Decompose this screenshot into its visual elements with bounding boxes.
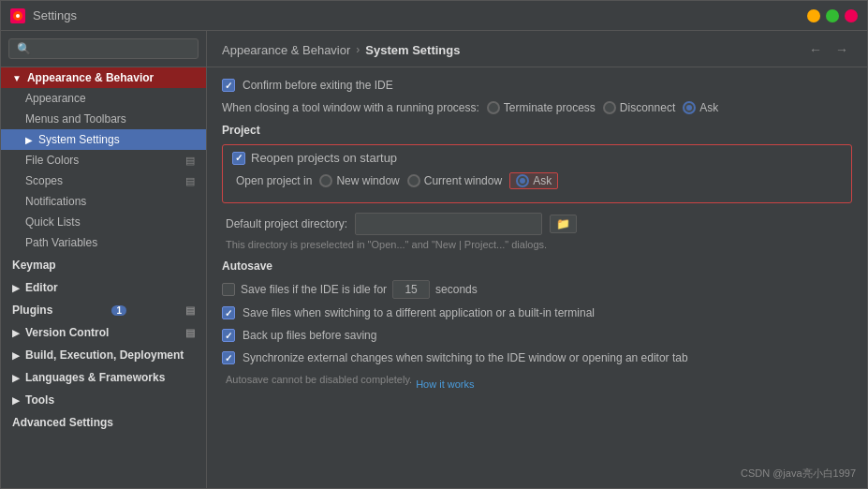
sidebar-item-label: Appearance [25, 92, 86, 105]
browse-dir-button[interactable]: 📁 [550, 215, 577, 233]
save-switching-label: Save files when switching to a different… [243, 306, 595, 319]
sidebar-item-system-settings[interactable]: ▶ System Settings [1, 129, 206, 150]
how-it-works-link[interactable]: How it works [416, 378, 474, 390]
file-icon: ▤ [185, 155, 195, 167]
sidebar-item-label: Menus and Toolbars [25, 112, 126, 126]
reopen-label: Reopen projects on startup [251, 151, 397, 165]
sidebar-item-build-execution[interactable]: ▶ Build, Execution, Deployment [1, 343, 206, 365]
breadcrumb-current: System Settings [365, 43, 460, 57]
save-idle-checkbox[interactable] [222, 283, 235, 296]
tool-window-label: When closing a tool window with a runnin… [222, 101, 479, 114]
sidebar-item-scopes[interactable]: Scopes ▤ [1, 170, 206, 191]
sidebar-item-quick-lists[interactable]: Quick Lists [1, 212, 206, 232]
file-icon: ▤ [185, 175, 195, 187]
breadcrumb-parent: Appearance & Behavior [222, 43, 350, 57]
sidebar-item-label: Languages & Frameworks [25, 371, 165, 384]
default-dir-input[interactable] [355, 213, 542, 235]
ask-project-radio[interactable] [516, 174, 529, 187]
sidebar-item-keymap[interactable]: Keymap [1, 253, 206, 275]
search-input[interactable] [8, 38, 199, 59]
maximize-button[interactable] [826, 9, 839, 22]
disconnect-radio[interactable] [603, 101, 616, 114]
default-dir-row: Default project directory: 📁 [226, 213, 852, 235]
save-idle-row: Save files if the IDE is idle for second… [222, 280, 852, 299]
current-window-radio[interactable] [407, 174, 420, 187]
sidebar-item-path-variables[interactable]: Path Variables [1, 232, 206, 253]
sidebar-item-label: Path Variables [25, 236, 97, 249]
sidebar-item-tools[interactable]: ▶ Tools [1, 388, 206, 410]
reopen-checkbox[interactable] [232, 152, 245, 165]
arrow-icon: ▶ [12, 395, 20, 406]
sidebar-item-label: Notifications [25, 195, 86, 208]
sidebar-item-version-control[interactable]: ▶ Version Control ▤ [1, 320, 206, 343]
main-panel: Appearance & Behavior › System Settings … [207, 31, 867, 488]
tool-window-row: When closing a tool window with a runnin… [222, 101, 852, 114]
sidebar-item-label: File Colors [25, 154, 79, 167]
back-arrow[interactable]: ← [805, 40, 826, 59]
sidebar-item-label: Advanced Settings [12, 416, 113, 429]
ask-tw-radio[interactable] [683, 101, 696, 114]
sidebar-item-file-colors[interactable]: File Colors ▤ [1, 150, 206, 170]
open-project-row: Open project in New window Current windo… [236, 172, 842, 189]
confirm-exit-row: Confirm before exiting the IDE [222, 79, 852, 92]
new-window-label: New window [336, 174, 399, 187]
sidebar-item-notifications[interactable]: Notifications [1, 191, 206, 212]
ask-tw-label: Ask [699, 101, 718, 114]
close-button[interactable] [845, 9, 858, 22]
idle-seconds-input[interactable] [392, 280, 430, 299]
sidebar: ▼ Appearance & Behavior Appearance Menus… [1, 31, 207, 488]
sidebar-item-label: Build, Execution, Deployment [25, 348, 184, 362]
arrow-icon: ▼ [12, 73, 22, 83]
sidebar-item-label: Keymap [12, 259, 56, 272]
confirm-exit-label: Confirm before exiting the IDE [243, 79, 393, 92]
titlebar: Settings [1, 1, 867, 31]
file-icon: ▤ [185, 327, 195, 339]
forward-arrow[interactable]: → [831, 40, 852, 59]
terminate-option[interactable]: Terminate process [487, 101, 596, 114]
ask-tw-option[interactable]: Ask [683, 101, 718, 114]
project-box: Reopen projects on startup Open project … [222, 144, 852, 203]
sidebar-item-label: Scopes [25, 174, 63, 187]
sidebar-item-plugins[interactable]: Plugins 1 ▤ [1, 298, 206, 320]
sidebar-item-editor[interactable]: ▶ Editor [1, 275, 206, 298]
dir-hint: This directory is preselected in "Open..… [226, 239, 852, 250]
sidebar-item-appearance-behavior[interactable]: ▼ Appearance & Behavior [1, 67, 206, 88]
sidebar-item-label: System Settings [38, 133, 120, 146]
autosave-note: Autosave cannot be disabled completely. [226, 374, 412, 385]
sidebar-item-advanced-settings[interactable]: Advanced Settings [1, 410, 206, 433]
autosave-section-title: Autosave [222, 259, 852, 273]
plugins-badge: 1 [111, 305, 126, 316]
minimize-button[interactable] [807, 9, 820, 22]
project-section-title: Project [222, 124, 852, 137]
disconnect-option[interactable]: Disconnect [603, 101, 675, 114]
current-window-option[interactable]: Current window [407, 174, 502, 187]
current-window-label: Current window [424, 174, 502, 187]
sync-checkbox[interactable] [222, 351, 235, 364]
file-icon: ▤ [185, 304, 195, 317]
sidebar-item-menus-toolbars[interactable]: Menus and Toolbars [1, 109, 206, 129]
sidebar-item-label: Appearance & Behavior [27, 71, 154, 84]
sidebar-item-appearance[interactable]: Appearance [1, 88, 206, 109]
sidebar-item-label: Plugins [12, 304, 52, 317]
save-idle-prefix: Save files if the IDE is idle for [241, 283, 387, 296]
terminate-radio[interactable] [487, 101, 500, 114]
new-window-radio[interactable] [319, 174, 332, 187]
confirm-exit-checkbox[interactable] [222, 79, 235, 92]
svg-point-1 [16, 14, 20, 18]
sidebar-item-languages-frameworks[interactable]: ▶ Languages & Frameworks [1, 365, 206, 388]
breadcrumb: Appearance & Behavior › System Settings … [207, 31, 867, 67]
arrow-icon: ▶ [25, 135, 33, 145]
autosave-section: Save files if the IDE is idle for second… [222, 280, 852, 394]
sidebar-item-label: Version Control [25, 326, 109, 339]
default-dir-label: Default project directory: [226, 217, 347, 230]
save-switching-checkbox[interactable] [222, 306, 235, 319]
save-switching-row: Save files when switching to a different… [222, 306, 852, 319]
backup-checkbox[interactable] [222, 329, 235, 342]
ask-project-option[interactable]: Ask [509, 172, 558, 189]
breadcrumb-separator: › [356, 43, 360, 56]
new-window-option[interactable]: New window [319, 174, 399, 187]
sync-label: Synchronize external changes when switch… [243, 351, 688, 364]
watermark: CSDN @java亮小白1997 [741, 467, 856, 481]
arrow-icon: ▶ [12, 328, 20, 338]
window-controls [807, 9, 858, 22]
